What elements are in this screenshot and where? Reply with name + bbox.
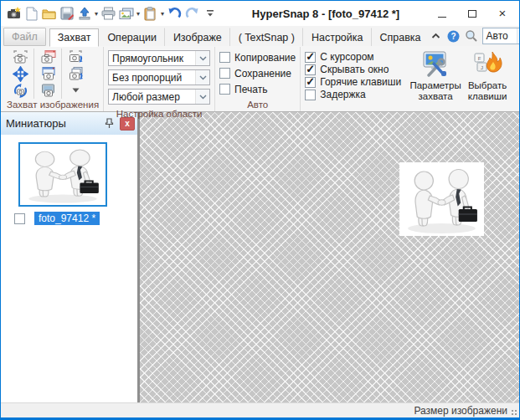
toolbar-options-button[interactable] bbox=[202, 6, 218, 22]
thumbnails-panel: Миниатюры x bbox=[1, 112, 140, 402]
handshake-image[interactable] bbox=[399, 162, 484, 236]
ribbon-tab-row: Файл Захват Операции Изображе ( TextSnap… bbox=[1, 26, 519, 46]
search-zoom-icon[interactable] bbox=[465, 29, 478, 43]
send-dropdown-caret[interactable]: ▾ bbox=[93, 10, 100, 18]
tab-help[interactable]: Справка bbox=[372, 28, 430, 46]
capture-window-icon[interactable] bbox=[39, 49, 57, 65]
thumbnail-label[interactable]: foto_97412 * bbox=[34, 212, 100, 225]
svg-text:?: ? bbox=[450, 32, 456, 41]
image-canvas[interactable] bbox=[140, 112, 519, 402]
title-bar: ▾ ▾ ▾ HyperSnap 8 - [foto_97412 *] × bbox=[1, 1, 519, 26]
collapse-ribbon-button[interactable] bbox=[430, 29, 443, 43]
choose-hotkeys-button[interactable]: FJ Выбрать клавиши bbox=[461, 49, 513, 102]
help-icon[interactable]: ? bbox=[447, 29, 461, 43]
checkbox-box[interactable] bbox=[305, 64, 316, 75]
undo-button[interactable] bbox=[167, 6, 183, 22]
thumbnails-panel-title: Миниатюры bbox=[6, 117, 101, 130]
thumbnail-checkbox[interactable] bbox=[14, 213, 25, 224]
dropdown-chevron-icon[interactable] bbox=[195, 51, 209, 65]
group-label-capture: Захват изображения bbox=[7, 99, 99, 111]
close-button[interactable]: × bbox=[497, 8, 508, 19]
tab-file[interactable]: Файл bbox=[3, 28, 46, 46]
app-camera-icon bbox=[6, 6, 22, 22]
dropdown-chevron-icon[interactable] bbox=[195, 90, 209, 104]
tab-row-right-controls: ? Авто × bbox=[430, 28, 520, 46]
size-dropdown[interactable]: Любой размер bbox=[108, 89, 210, 105]
main-content: Миниатюры x bbox=[1, 112, 519, 402]
capture-scrolling-icon[interactable] bbox=[66, 49, 85, 65]
send-upload-button[interactable] bbox=[76, 6, 92, 22]
combo-chevron-icon[interactable] bbox=[517, 28, 520, 44]
capture-shape-dropdown[interactable]: Прямоугольник bbox=[108, 50, 210, 66]
window-controls: × bbox=[436, 8, 508, 19]
auto-mode-value: Авто bbox=[483, 30, 517, 42]
thumbnail-label-row: foto_97412 * bbox=[14, 212, 137, 225]
capture-fullscreen-icon[interactable] bbox=[39, 82, 57, 99]
svg-text:J: J bbox=[481, 65, 483, 70]
proportions-value: Без пропорций bbox=[109, 72, 195, 84]
checkbox-copy[interactable]: Копирование bbox=[219, 51, 296, 64]
copy-images-button[interactable] bbox=[118, 6, 134, 22]
checkbox-box[interactable] bbox=[305, 77, 316, 88]
checkbox-with-cursor[interactable]: С курсором bbox=[305, 51, 401, 63]
capture-active-window-icon[interactable] bbox=[39, 65, 57, 82]
save-button[interactable] bbox=[59, 6, 75, 22]
copy-dropdown-caret[interactable]: ▾ bbox=[135, 10, 142, 18]
checkbox-save[interactable]: Сохранение bbox=[219, 67, 296, 79]
checkbox-delay[interactable]: Задержка bbox=[305, 89, 401, 100]
minimize-button[interactable] bbox=[436, 8, 448, 19]
tab-textsnap[interactable]: ( TextSnap ) bbox=[230, 28, 303, 46]
tab-image[interactable]: Изображе bbox=[165, 28, 230, 46]
capture-settings-button[interactable]: Параметры захвата bbox=[409, 49, 461, 102]
status-bar: Размер изображени bbox=[1, 402, 519, 417]
tab-settings[interactable]: Настройка bbox=[303, 28, 372, 46]
dropdown-chevron-icon[interactable] bbox=[195, 70, 209, 85]
tab-operations[interactable]: Операции bbox=[99, 28, 164, 46]
pan-region-icon[interactable] bbox=[11, 65, 29, 82]
maximize-button[interactable] bbox=[466, 8, 478, 19]
svg-text:F: F bbox=[478, 56, 481, 61]
thumbnail-foto-97412[interactable] bbox=[18, 142, 107, 207]
auto-mode-combo[interactable]: Авто bbox=[482, 28, 520, 44]
hotkeys-flame-icon: FJ bbox=[472, 50, 502, 80]
window-title: HyperSnap 8 - [foto_97412 *] bbox=[219, 8, 433, 20]
size-value: Любой размер bbox=[109, 91, 195, 103]
checkbox-hotkeys[interactable]: Горячие клавиши bbox=[305, 76, 401, 88]
capture-icon-grid bbox=[7, 49, 89, 99]
group-label-region: Настройка области bbox=[108, 108, 210, 120]
checkbox-print[interactable]: Печать bbox=[219, 83, 296, 95]
group-auto: Копирование Сохранение Печать Авто bbox=[214, 47, 300, 111]
group-label-options bbox=[305, 102, 513, 111]
resize-grip[interactable] bbox=[511, 409, 518, 417]
monitor-tools-icon bbox=[420, 50, 450, 80]
hypersnap-window: ▾ ▾ ▾ HyperSnap 8 - [foto_97412 *] × Фай bbox=[0, 0, 520, 420]
checkbox-box[interactable] bbox=[305, 52, 316, 63]
group-region-settings: Прямоугольник Без пропорций Любой размер… bbox=[103, 47, 214, 111]
checkbox-box[interactable] bbox=[219, 84, 230, 95]
proportions-dropdown[interactable]: Без пропорций bbox=[108, 69, 210, 85]
checkbox-hide-window[interactable]: Скрывать окно bbox=[305, 64, 401, 75]
repeat-capture-icon[interactable] bbox=[11, 82, 29, 99]
checkbox-box[interactable] bbox=[305, 90, 316, 100]
paste-clipboard-button[interactable] bbox=[142, 6, 158, 22]
new-document-button[interactable] bbox=[23, 6, 39, 22]
capture-multi-icon[interactable] bbox=[66, 65, 85, 82]
checkbox-box[interactable] bbox=[219, 52, 230, 63]
open-folder-button[interactable] bbox=[41, 6, 57, 22]
checkbox-box[interactable] bbox=[219, 68, 230, 79]
status-text: Размер изображени bbox=[414, 405, 507, 417]
ribbon: Захват изображения Прямоугольник Без про… bbox=[1, 45, 519, 112]
tab-capture[interactable]: Захват bbox=[49, 28, 100, 47]
more-capture-options-icon[interactable] bbox=[66, 82, 85, 99]
group-label-auto: Авто bbox=[219, 99, 296, 111]
group-capture-image: Захват изображения bbox=[3, 47, 103, 111]
paste-dropdown-caret[interactable]: ▾ bbox=[159, 10, 166, 18]
group-capture-options: С курсором Скрывать окно Горячие клавиши… bbox=[300, 47, 517, 111]
print-button[interactable] bbox=[100, 6, 116, 22]
capture-region-icon[interactable] bbox=[11, 49, 29, 65]
capture-shape-value: Прямоугольник bbox=[109, 53, 195, 64]
redo-button[interactable] bbox=[184, 6, 200, 22]
